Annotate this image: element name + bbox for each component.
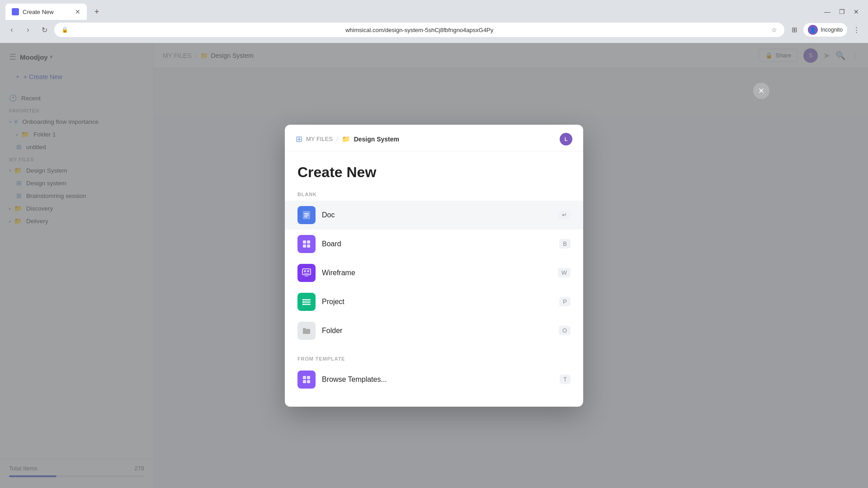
- wireframe-item-label: Wireframe: [322, 269, 355, 277]
- doc-item-label: Doc: [322, 211, 335, 219]
- svg-rect-10: [307, 270, 309, 272]
- templates-item-icon: [297, 371, 316, 389]
- modal-breadcrumb-sep: /: [336, 136, 338, 142]
- tab-title: Create New: [23, 9, 71, 15]
- project-item-shortcut: P: [559, 297, 571, 306]
- modal-breadcrumb-current: Design System: [354, 136, 399, 143]
- modal-folder-icon: 📁: [342, 135, 350, 143]
- close-button[interactable]: ✕: [850, 5, 863, 18]
- template-section-label: FROM TEMPLATE: [285, 354, 583, 365]
- modal-item-folder[interactable]: Folder O: [285, 316, 583, 345]
- modal-title: Create New: [285, 151, 583, 190]
- svg-rect-16: [302, 299, 304, 300]
- modal-breadcrumb-home[interactable]: MY FILES: [306, 136, 333, 142]
- modal-item-project[interactable]: Project P: [285, 287, 583, 316]
- modal-item-browse-templates[interactable]: Browse Templates... T: [285, 365, 583, 394]
- wireframe-item-shortcut: W: [558, 268, 571, 277]
- modal-breadcrumb: ⊞ MY FILES / 📁 Design System: [296, 134, 399, 144]
- extensions-button[interactable]: ⊞: [788, 23, 801, 36]
- blank-section-label: BLANK: [285, 190, 583, 201]
- new-tab-button[interactable]: +: [90, 5, 103, 18]
- modal-user-badge: L: [560, 133, 572, 145]
- svg-rect-9: [304, 270, 306, 272]
- svg-rect-11: [304, 273, 309, 274]
- board-item-shortcut: B: [559, 239, 571, 249]
- incognito-menu[interactable]: 👤 Incognito: [803, 23, 847, 37]
- svg-rect-17: [302, 301, 304, 303]
- svg-rect-4: [303, 240, 306, 244]
- browse-templates-label: Browse Templates...: [322, 375, 387, 384]
- folder-item-shortcut: O: [559, 326, 571, 335]
- incognito-label: Incognito: [821, 27, 843, 33]
- doc-item-shortcut: ↵: [558, 210, 571, 220]
- svg-rect-21: [303, 380, 306, 383]
- board-item-icon: [297, 235, 316, 253]
- modal-item-doc[interactable]: Doc ↵: [285, 201, 583, 230]
- svg-rect-7: [307, 244, 310, 248]
- svg-rect-1: [304, 213, 309, 214]
- svg-rect-5: [307, 240, 310, 244]
- svg-rect-2: [304, 215, 309, 216]
- project-item-label: Project: [322, 298, 344, 306]
- browser-tab[interactable]: Create New ✕: [5, 4, 87, 20]
- minimize-button[interactable]: —: [821, 5, 834, 18]
- modal-item-wireframe[interactable]: Wireframe W: [285, 258, 583, 287]
- incognito-avatar: 👤: [808, 25, 818, 35]
- back-button[interactable]: ‹: [5, 23, 18, 36]
- folder-item-label: Folder: [322, 327, 342, 335]
- folder-item-icon: [297, 322, 316, 340]
- tab-favicon: [12, 8, 19, 15]
- modal-header: ⊞ MY FILES / 📁 Design System L: [285, 125, 583, 151]
- svg-rect-19: [303, 376, 306, 379]
- browse-templates-shortcut: T: [560, 375, 571, 384]
- modal-close-button[interactable]: ×: [753, 83, 769, 99]
- close-icon[interactable]: ×: [753, 83, 769, 99]
- create-new-modal: ⊞ MY FILES / 📁 Design System L Create Ne…: [285, 125, 583, 407]
- modal-item-board[interactable]: Board B: [285, 230, 583, 258]
- svg-rect-6: [303, 244, 306, 248]
- app-container: ☰ Moodjoy ▾ ＋ + Create New 🕐 Recent FAVO…: [0, 43, 868, 488]
- modal-home-icon: ⊞: [296, 134, 302, 144]
- reload-button[interactable]: ↻: [38, 23, 51, 36]
- address-bar[interactable]: 🔒 whimsical.com/design-system-5shCj8fbfn…: [54, 23, 784, 37]
- project-item-icon: [297, 293, 316, 311]
- browser-chrome: Create New ✕ + — ❐ ✕ ‹ › ↻ 🔒 whimsical.c…: [0, 0, 868, 43]
- svg-rect-22: [307, 380, 310, 383]
- browser-menu-button[interactable]: ⋮: [850, 23, 863, 36]
- maximize-button[interactable]: ❐: [835, 5, 848, 18]
- svg-rect-20: [307, 376, 310, 379]
- svg-rect-12: [305, 276, 308, 277]
- svg-rect-18: [302, 304, 304, 305]
- wireframe-item-icon: [297, 264, 316, 282]
- tab-close-button[interactable]: ✕: [75, 8, 80, 15]
- board-item-label: Board: [322, 240, 341, 248]
- doc-item-icon: [297, 206, 316, 224]
- url-display: whimsical.com/design-system-5shCj8fbfngn…: [71, 27, 768, 33]
- svg-rect-8: [302, 269, 311, 275]
- forward-button[interactable]: ›: [22, 23, 34, 36]
- bookmark-icon[interactable]: ☆: [771, 26, 777, 33]
- svg-rect-3: [304, 216, 307, 217]
